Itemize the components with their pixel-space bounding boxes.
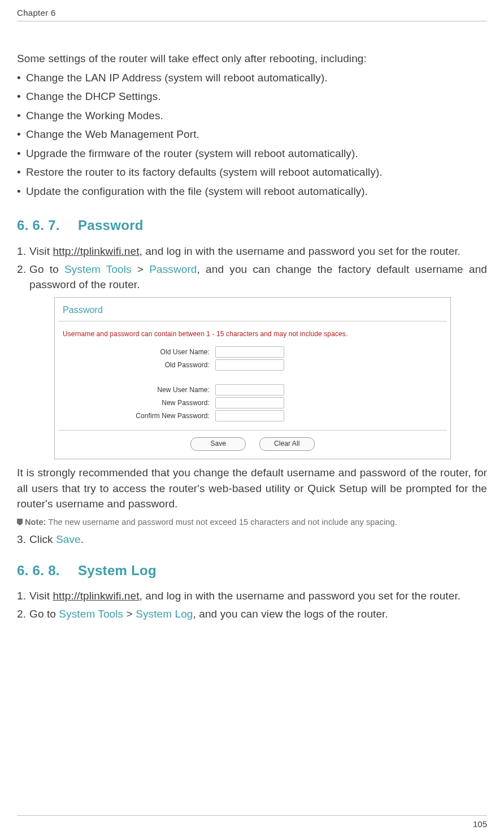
step-text: , and log in with the username and passw… — [140, 590, 461, 602]
page-header: Chapter 6 — [17, 0, 487, 21]
step-2: 2. Go to System Tools > System Log, and … — [17, 606, 487, 622]
new-user-name-input[interactable] — [215, 384, 284, 395]
step-text: > — [132, 263, 150, 275]
recommendation-text: It is strongly recommended that you chan… — [17, 465, 487, 512]
step-marker: 1. — [17, 244, 26, 259]
old-password-input[interactable] — [215, 359, 284, 371]
list-item: Upgrade the firmware of the router (syst… — [17, 146, 487, 162]
label-new-password: New Password: — [63, 398, 215, 408]
bookmark-icon — [17, 519, 23, 525]
label-new-user-name: New User Name: — [63, 385, 215, 395]
page-footer: 105 — [17, 815, 487, 829]
password-panel-screenshot: Password Username and password can conta… — [54, 297, 487, 460]
section-heading-system-log: 6. 6. 8.System Log — [17, 561, 487, 581]
chapter-label: Chapter 6 — [17, 8, 56, 18]
list-item: Change the LAN IP Address (system will r… — [17, 70, 487, 86]
step-text: . — [81, 533, 84, 545]
label-old-user-name: Old User Name: — [63, 347, 215, 357]
list-item: Change the Web Management Port. — [17, 127, 487, 142]
page-number: 105 — [473, 819, 487, 829]
page-content: Some settings of the router will take ef… — [17, 21, 487, 621]
confirm-password-input[interactable] — [215, 410, 284, 421]
step-text: , and you can view the logs of the route… — [193, 608, 388, 620]
label-confirm-password: Confirm New Password: — [63, 411, 215, 421]
menu-path-system-log: System Log — [136, 608, 193, 620]
menu-path-system-tools: System Tools — [59, 608, 123, 620]
menu-path-password: Password — [149, 263, 197, 275]
step-text: Click — [29, 533, 56, 545]
step-marker: 1. — [17, 588, 26, 604]
list-item: Restore the router to its factory defaul… — [17, 164, 487, 180]
menu-path-system-tools: System Tools — [64, 263, 132, 275]
section-title: Password — [78, 218, 144, 233]
note-text: The new username and password must not e… — [46, 518, 397, 527]
save-button[interactable]: Save — [190, 437, 246, 451]
step-text: Visit — [29, 590, 53, 602]
step-marker: 2. — [17, 606, 26, 622]
old-user-name-input[interactable] — [215, 346, 284, 358]
note-label: Note: — [25, 518, 46, 527]
step-3: 3. Click Save. — [17, 532, 487, 547]
reboot-bullet-list: Change the LAN IP Address (system will r… — [17, 70, 487, 199]
step-text: > — [123, 608, 136, 620]
label-old-password: Old Password: — [63, 360, 215, 370]
new-password-input[interactable] — [215, 397, 284, 408]
section-heading-password: 6. 6. 7.Password — [17, 216, 487, 236]
tplink-url-link[interactable]: http://tplinkwifi.net — [53, 245, 139, 257]
step-text: Go to — [29, 608, 59, 620]
step-marker: 3. — [17, 532, 26, 547]
list-item: Change the Working Modes. — [17, 108, 487, 124]
tplink-url-link[interactable]: http://tplinkwifi.net — [53, 590, 139, 602]
list-item: Change the DHCP Settings. — [17, 89, 487, 105]
step-1: 1. Visit http://tplinkwifi.net, and log … — [17, 244, 487, 259]
panel-title: Password — [55, 298, 450, 321]
step-2: 2. Go to System Tools > Password, and yo… — [17, 262, 487, 293]
action-save: Save — [56, 533, 81, 545]
step-marker: 2. — [17, 262, 26, 277]
intro-text: Some settings of the router will take ef… — [17, 51, 487, 67]
step-text: Go to — [29, 263, 64, 275]
section-number: 6. 6. 8. — [17, 561, 78, 581]
step-text: Visit — [29, 245, 53, 257]
step-1: 1. Visit http://tplinkwifi.net, and log … — [17, 588, 487, 604]
step-text: , and log in with the username and passw… — [140, 245, 461, 257]
panel-warning: Username and password can contain betwee… — [55, 321, 450, 344]
section-number: 6. 6. 7. — [17, 216, 78, 236]
note-line: Note: The new username and password must… — [17, 516, 487, 528]
section-title: System Log — [78, 563, 157, 578]
clear-all-button[interactable]: Clear All — [259, 437, 315, 451]
list-item: Update the configuration with the file (… — [17, 184, 487, 199]
